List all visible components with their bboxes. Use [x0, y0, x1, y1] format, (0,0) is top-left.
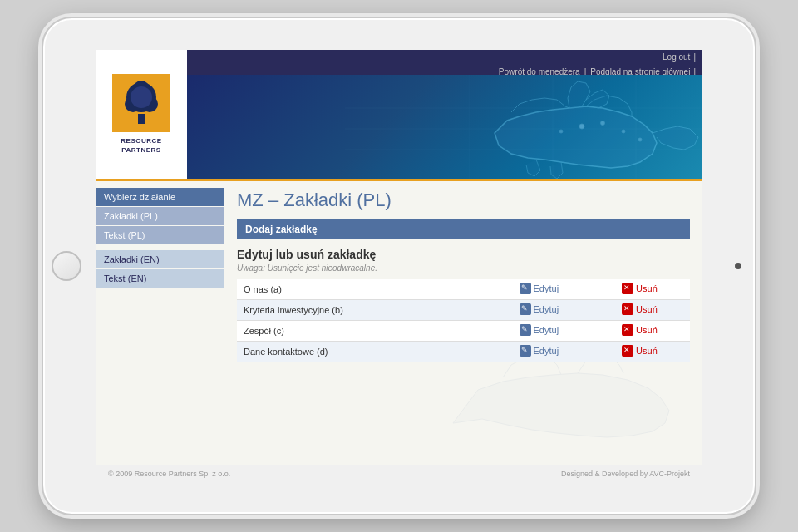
svg-point-12	[579, 124, 584, 129]
site-footer: © 2009 Resource Partners Sp. z o.o. Desi…	[96, 465, 702, 482]
tree-icon	[121, 81, 162, 126]
delete-label: Usuń	[636, 283, 658, 293]
delete-label: Usuń	[636, 304, 658, 314]
footer-credit: Designed & Developed by AVC-Projekt	[561, 470, 690, 478]
sidebar-item-wybierz[interactable]: Wybierz działanie	[96, 188, 224, 206]
delete-label: Usuń	[636, 325, 658, 335]
delete-icon	[622, 283, 633, 294]
edit-link[interactable]: Edytuj	[520, 324, 559, 336]
svg-point-15	[622, 130, 625, 133]
delete-icon	[622, 324, 633, 336]
edit-icon	[520, 324, 531, 336]
logo-text: RESOURCE PARTNERS	[121, 137, 161, 155]
europe-map-svg	[345, 75, 702, 179]
svg-point-5	[131, 86, 152, 108]
sidebar-item-tekst-en[interactable]: Tekst (EN)	[96, 269, 224, 288]
tab-edit-cell: Edytuj	[489, 300, 589, 321]
tab-edit-cell: Edytuj	[489, 342, 589, 362]
edit-section-title: Edytuj lub usuń zakładkę	[237, 248, 690, 261]
tab-edit-cell: Edytuj	[489, 321, 589, 342]
tab-name-cell: Kryteria inwestycyjne (b)	[237, 300, 489, 321]
main-content: Wybierz działanie Zakładki (PL) Tekst (P…	[96, 181, 702, 465]
table-row: Kryteria inwestycyjne (b)EdytujUsuń	[237, 300, 690, 321]
edit-label: Edytuj	[534, 304, 559, 314]
svg-point-13	[601, 121, 605, 126]
tab-name-cell: Dane kontaktowe (d)	[237, 342, 489, 362]
logo-area: RESOURCE PARTNERS	[96, 50, 187, 179]
tab-delete-cell: Usuń	[589, 279, 690, 300]
content-area: MZ – Zakładki (PL) Dodaj zakładkę Edytuj…	[224, 181, 702, 465]
screen: RESOURCE PARTNERS Log out | Powrót do me…	[96, 50, 702, 482]
svg-point-14	[559, 130, 563, 133]
edit-link[interactable]: Edytuj	[520, 345, 559, 357]
delete-link[interactable]: Usuń	[622, 324, 658, 336]
tabs-table: O nas (a)EdytujUsuńKryteria inwestycyjne…	[237, 279, 690, 362]
delete-icon	[622, 303, 633, 315]
delete-link[interactable]: Usuń	[622, 283, 658, 294]
table-row: O nas (a)EdytujUsuń	[237, 279, 690, 300]
table-row: Zespół (c)EdytujUsuń	[237, 321, 690, 342]
tab-edit-cell: Edytuj	[489, 279, 589, 300]
logo-box	[112, 74, 170, 132]
delete-link[interactable]: Usuń	[622, 345, 658, 357]
tab-name-cell: Zespół (c)	[237, 321, 489, 342]
tab-delete-cell: Usuń	[589, 342, 690, 362]
sidebar-item-zakladki-en[interactable]: Zakładki (EN)	[96, 250, 224, 268]
svg-point-16	[638, 138, 642, 141]
map-area	[187, 75, 702, 179]
edit-icon	[520, 303, 531, 315]
edit-label: Edytuj	[534, 283, 559, 293]
table-row: Dane kontaktowe (d)EdytujUsuń	[237, 342, 690, 362]
edit-link[interactable]: Edytuj	[520, 283, 559, 294]
tab-delete-cell: Usuń	[589, 321, 690, 342]
sidebar: Wybierz działanie Zakładki (PL) Tekst (P…	[96, 181, 224, 465]
sidebar-item-tekst-pl[interactable]: Tekst (PL)	[96, 226, 224, 244]
edit-label: Edytuj	[534, 346, 559, 356]
edit-link[interactable]: Edytuj	[520, 303, 559, 315]
home-button[interactable]	[52, 251, 81, 281]
edit-icon	[520, 345, 531, 357]
svg-rect-0	[138, 114, 145, 124]
edit-icon	[520, 283, 531, 294]
edit-warning: Uwaga: Usunięcie jest nieodwracalne.	[237, 264, 690, 273]
site-header: RESOURCE PARTNERS Log out | Powrót do me…	[96, 50, 702, 179]
tab-delete-cell: Usuń	[589, 300, 690, 321]
delete-label: Usuń	[636, 346, 658, 356]
delete-icon	[622, 345, 633, 357]
camera	[735, 263, 741, 269]
logout-link[interactable]: Log out	[663, 52, 690, 62]
tab-name-cell: O nas (a)	[237, 279, 489, 300]
delete-link[interactable]: Usuń	[622, 303, 658, 315]
tablet-frame: RESOURCE PARTNERS Log out | Powrót do me…	[42, 17, 756, 515]
edit-label: Edytuj	[534, 325, 559, 335]
footer-copyright: © 2009 Resource Partners Sp. z o.o.	[108, 470, 230, 478]
sidebar-item-zakladki-pl[interactable]: Zakładki (PL)	[96, 207, 224, 225]
add-tab-button[interactable]: Dodaj zakładkę	[237, 219, 690, 239]
page-title: MZ – Zakładki (PL)	[237, 190, 690, 211]
